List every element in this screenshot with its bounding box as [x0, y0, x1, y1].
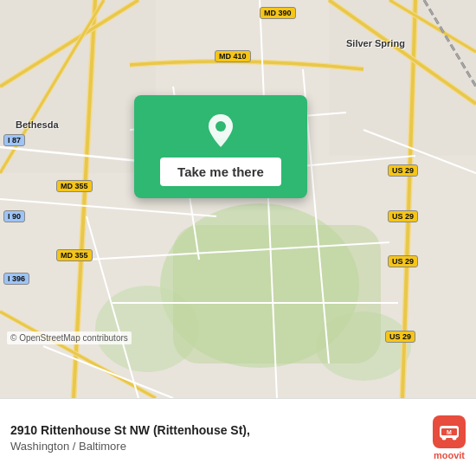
address-line2: Washington / Baltimore: [10, 440, 424, 453]
svg-rect-6: [329, 0, 476, 156]
badge-md355-upper: MD 355: [56, 180, 93, 192]
moovit-bus-icon: M: [433, 415, 466, 448]
badge-i396: I 396: [3, 273, 29, 285]
address-line1: 2910 Rittenhouse St NW (Rittenhouse St),: [10, 422, 424, 440]
svg-point-39: [442, 435, 447, 440]
map-container: MD 390 MD 410 MD 355 MD 355 US 29 US 29 …: [0, 0, 476, 398]
take-me-there-button[interactable]: Take me there: [160, 158, 281, 186]
badge-i87: I 87: [3, 134, 25, 146]
label-silver-spring: Silver Spring: [346, 38, 405, 48]
svg-rect-5: [0, 0, 156, 173]
svg-rect-4: [173, 225, 381, 363]
moovit-logo: M moovit: [433, 415, 466, 460]
location-pin-icon: [202, 111, 240, 149]
badge-us29-lower: US 29: [388, 255, 418, 267]
badge-md390: MD 390: [260, 7, 296, 19]
location-card: Take me there: [134, 95, 307, 198]
address-block: 2910 Rittenhouse St NW (Rittenhouse St),…: [10, 422, 424, 453]
osm-attribution: © OpenStreetMap contributors: [7, 331, 132, 344]
badge-us29-upper: US 29: [388, 164, 418, 177]
badge-us29-mid: US 29: [388, 210, 418, 222]
badge-us29-bottom: US 29: [385, 331, 415, 343]
svg-point-36: [215, 121, 226, 132]
osm-attribution-text: © OpenStreetMap contributors: [10, 333, 128, 343]
svg-text:M: M: [447, 429, 452, 435]
badge-i90: I 90: [3, 210, 25, 222]
svg-point-40: [453, 435, 457, 440]
badge-md355-lower: MD 355: [56, 249, 93, 261]
label-bethesda: Bethesda: [16, 119, 59, 130]
badge-md410: MD 410: [215, 50, 251, 62]
moovit-label: moovit: [434, 450, 465, 460]
info-bar: 2910 Rittenhouse St NW (Rittenhouse St),…: [0, 398, 476, 476]
